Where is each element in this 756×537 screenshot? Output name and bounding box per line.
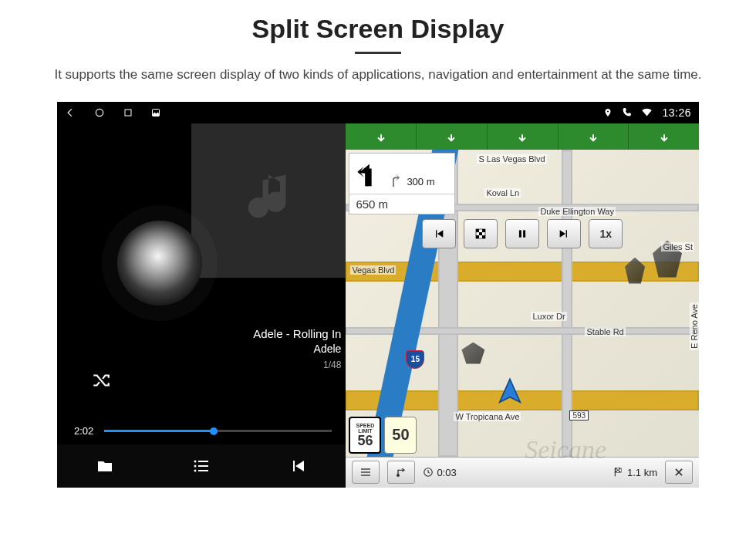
svg-point-3 bbox=[194, 460, 197, 462]
image-notification-icon[interactable] bbox=[151, 108, 160, 117]
svg-rect-17 bbox=[361, 468, 370, 469]
turn-card: 300 m 650 m bbox=[349, 153, 455, 214]
street-label: Stable Rd bbox=[585, 327, 625, 336]
previous-button[interactable] bbox=[282, 451, 313, 481]
nav-close-button[interactable] bbox=[665, 461, 693, 484]
music-pane: Adele - Rolling In Adele 1/48 2:02 bbox=[57, 123, 346, 488]
shuffle-icon[interactable] bbox=[91, 370, 111, 390]
location-icon bbox=[603, 108, 613, 117]
phone-icon bbox=[622, 107, 632, 117]
nav-route-button[interactable] bbox=[387, 461, 415, 484]
svg-rect-8 bbox=[198, 470, 208, 471]
lane-arrow bbox=[488, 123, 559, 150]
recents-icon[interactable] bbox=[123, 108, 133, 117]
nav-pause-button[interactable] bbox=[505, 219, 539, 248]
turn-right-then-icon bbox=[385, 169, 402, 191]
svg-point-0 bbox=[96, 109, 103, 116]
nav-next-button[interactable] bbox=[547, 219, 581, 248]
street-label: Koval Ln bbox=[484, 188, 521, 198]
back-icon[interactable] bbox=[65, 107, 76, 118]
home-icon[interactable] bbox=[94, 107, 105, 118]
exit-label: 593 bbox=[569, 410, 589, 420]
svg-rect-1 bbox=[125, 110, 131, 116]
svg-rect-16 bbox=[523, 230, 525, 237]
svg-rect-13 bbox=[476, 235, 479, 238]
progress-bar[interactable] bbox=[104, 430, 332, 432]
svg-rect-19 bbox=[361, 475, 370, 475]
clock-time: 13:26 bbox=[662, 106, 691, 119]
lane-arrow bbox=[346, 123, 417, 150]
svg-rect-11 bbox=[482, 229, 485, 232]
svg-point-5 bbox=[194, 464, 197, 467]
street-label: Luxor Dr bbox=[531, 312, 566, 321]
lane-arrow bbox=[629, 123, 699, 150]
nav-speed-button[interactable]: 1x bbox=[589, 219, 623, 248]
street-label: S Las Vegas Blvd bbox=[477, 154, 546, 164]
svg-rect-15 bbox=[519, 230, 521, 237]
svg-rect-27 bbox=[619, 471, 620, 472]
nav-menu-button[interactable] bbox=[352, 461, 380, 484]
vehicle-cursor-icon bbox=[494, 377, 525, 410]
track-title: Adele - Rolling In bbox=[253, 326, 341, 342]
navigation-pane: S Las Vegas Blvd Koval Ln Duke Ellington… bbox=[346, 123, 699, 488]
music-bottom-bar bbox=[57, 444, 346, 488]
svg-point-7 bbox=[194, 469, 197, 471]
speed-limit-sign: SPEED LIMIT 56 bbox=[349, 417, 381, 454]
android-statusbar: 13:26 bbox=[57, 102, 699, 123]
svg-rect-24 bbox=[619, 468, 620, 470]
current-speed: 50 bbox=[384, 417, 417, 454]
lane-arrow bbox=[417, 123, 488, 150]
next-turn-distance: 300 m bbox=[407, 176, 434, 191]
map-canvas[interactable]: S Las Vegas Blvd Koval Ln Duke Ellington… bbox=[346, 150, 699, 457]
svg-rect-25 bbox=[617, 470, 619, 471]
page-title: Split Screen Display bbox=[0, 14, 756, 44]
svg-rect-10 bbox=[476, 229, 479, 232]
distance-display: 1.1 km bbox=[613, 467, 657, 478]
street-label: Vegas Blvd bbox=[350, 265, 396, 275]
wifi-icon bbox=[641, 106, 653, 118]
nav-playback-controls: 1x bbox=[422, 219, 623, 248]
interstate-shield: 15 bbox=[406, 350, 424, 369]
nav-flag-button[interactable] bbox=[464, 219, 498, 248]
elapsed-time: 2:02 bbox=[74, 425, 93, 437]
svg-rect-12 bbox=[479, 232, 482, 235]
svg-point-20 bbox=[397, 475, 400, 477]
track-artist: Adele bbox=[253, 342, 341, 357]
clock-icon bbox=[423, 467, 434, 478]
svg-rect-18 bbox=[361, 471, 370, 472]
nav-bottom-bar: 0:03 1.1 km bbox=[346, 457, 699, 488]
street-label: Giles St bbox=[661, 242, 694, 252]
track-info: Adele - Rolling In Adele 1/48 bbox=[253, 326, 341, 371]
current-turn-distance: 650 m bbox=[349, 194, 454, 214]
road bbox=[346, 262, 699, 282]
street-label: E Reno Ave bbox=[690, 302, 699, 350]
lane-guidance-bar bbox=[346, 123, 699, 150]
turn-left-icon bbox=[354, 160, 380, 191]
album-art-placeholder bbox=[191, 123, 346, 278]
title-underline bbox=[355, 52, 401, 54]
checkered-flag-icon bbox=[613, 467, 624, 478]
building-3d bbox=[461, 343, 484, 364]
playlist-button[interactable] bbox=[186, 451, 217, 481]
track-counter: 1/48 bbox=[253, 359, 341, 372]
svg-rect-4 bbox=[198, 461, 208, 462]
page-subtitle: It supports the same screen display of t… bbox=[39, 65, 717, 85]
svg-rect-14 bbox=[482, 235, 485, 238]
device-frame: 13:26 Adele - Rolling In Adele 1/48 bbox=[57, 102, 699, 488]
lane-arrow bbox=[559, 123, 629, 150]
volume-knob[interactable] bbox=[117, 221, 202, 306]
svg-rect-6 bbox=[198, 465, 208, 467]
street-label: W Tropicana Ave bbox=[454, 412, 521, 421]
nav-prev-button[interactable] bbox=[422, 219, 456, 248]
eta-display: 0:03 bbox=[423, 467, 456, 478]
progress-row: 2:02 bbox=[57, 418, 346, 444]
browse-button[interactable] bbox=[89, 451, 120, 481]
street-label: Duke Ellington Way bbox=[538, 207, 616, 216]
